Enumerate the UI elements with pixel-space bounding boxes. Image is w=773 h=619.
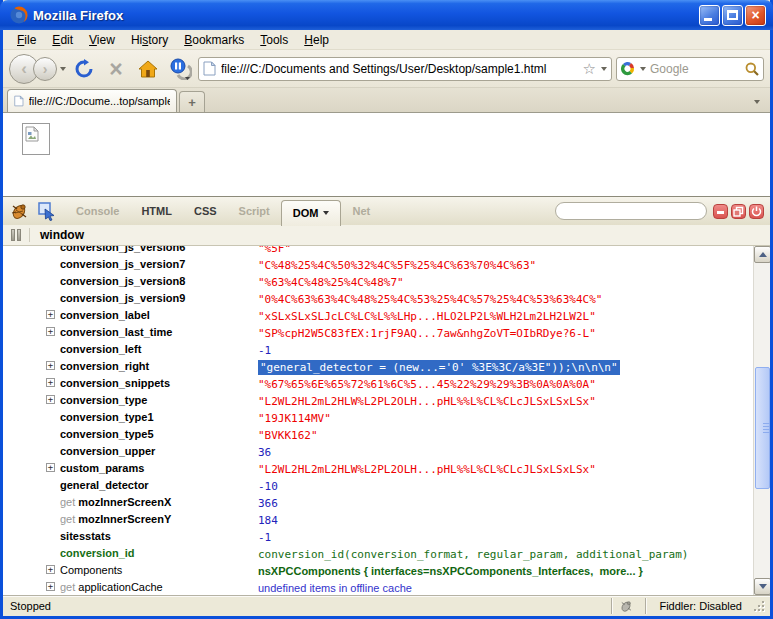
firebug-tab-html[interactable]: HTML xyxy=(130,197,183,225)
inspect-icon[interactable] xyxy=(37,201,57,221)
pause-button[interactable] xyxy=(11,229,21,241)
property-value[interactable]: 366 xyxy=(258,497,278,510)
property-name[interactable]: conversion_type xyxy=(60,394,147,406)
firebug-tab-console[interactable]: Console xyxy=(65,197,130,225)
urlbar-text[interactable]: file:///C:/Documents and Settings/User/D… xyxy=(221,62,578,76)
forward-button[interactable]: › xyxy=(33,57,57,81)
resize-grip[interactable] xyxy=(752,599,766,613)
property-name[interactable]: Components xyxy=(60,564,122,576)
menu-view[interactable]: View xyxy=(81,31,123,49)
firebug-off-button[interactable] xyxy=(749,204,764,219)
close-button[interactable]: × xyxy=(745,5,766,26)
menu-bookmarks[interactable]: Bookmarks xyxy=(176,31,252,49)
expand-icon[interactable]: + xyxy=(46,565,55,574)
nav-history-dropdown-icon[interactable] xyxy=(60,67,66,71)
property-value[interactable]: -1 xyxy=(258,531,271,544)
property-value[interactable]: "L2WL2HL2mL2HLW%L2PL2OLH...pHL%%L%CL%CLc… xyxy=(258,463,596,476)
expand-icon[interactable]: + xyxy=(46,327,55,336)
property-value[interactable]: -10 xyxy=(258,480,278,493)
property-name[interactable]: conversion_last_time xyxy=(60,326,173,338)
firebug-tab-net[interactable]: Net xyxy=(341,197,381,225)
urlbar[interactable]: file:///C:/Documents and Settings/User/D… xyxy=(198,57,612,81)
property-value[interactable]: "0%4C%63%63%4C%48%25%4C%53%25%4C%57%25%4… xyxy=(258,293,602,306)
property-value[interactable]: 36 xyxy=(258,446,271,459)
property-name[interactable]: general_detector xyxy=(60,479,149,491)
firebug-tab-script[interactable]: Script xyxy=(228,197,281,225)
home-button[interactable] xyxy=(134,54,162,84)
property-name[interactable]: conversion_label xyxy=(60,309,150,321)
property-name[interactable]: conversion_js_version9 xyxy=(60,292,185,304)
search-box[interactable]: Google xyxy=(616,57,764,81)
menu-tools[interactable]: Tools xyxy=(252,31,296,49)
tab-sample1[interactable]: file:///C:/Docume...top/sample1.html xyxy=(7,89,177,112)
expand-icon[interactable]: + xyxy=(46,378,55,387)
search-magnifier-icon[interactable] xyxy=(745,62,759,76)
expand-icon[interactable]: + xyxy=(46,582,55,591)
property-value[interactable]: "BVKK162" xyxy=(258,429,318,442)
search-input[interactable]: Google xyxy=(650,62,741,76)
property-name[interactable]: conversion_type5 xyxy=(60,428,154,440)
property-value[interactable]: nsXPCComponents { interfaces=nsXPCCompon… xyxy=(258,565,643,577)
property-value[interactable]: undefined items in offline cache xyxy=(258,582,412,594)
firebug-tab-css[interactable]: CSS xyxy=(183,197,228,225)
property-name[interactable]: conversion_type1 xyxy=(60,411,154,423)
property-name[interactable]: sitesstats xyxy=(60,530,111,542)
search-engine-dropdown-icon[interactable] xyxy=(640,67,646,71)
scrollbar-up-button[interactable] xyxy=(754,246,770,263)
property-value[interactable]: "SP%cpH2W5C83fEX:1rjF9AQ...7aw&nhgZoVT=O… xyxy=(258,327,596,340)
breadcrumb[interactable]: window xyxy=(40,228,84,242)
pause-extension-button[interactable] xyxy=(166,54,194,84)
menu-edit[interactable]: Edit xyxy=(44,31,81,49)
property-name[interactable]: custom_params xyxy=(60,462,144,474)
property-value[interactable]: -1 xyxy=(258,344,271,357)
property-value[interactable]: "C%48%25%4C%50%32%4C%5F%25%4C%63%70%4C%6… xyxy=(258,259,536,272)
menu-history[interactable]: History xyxy=(123,31,176,49)
property-name[interactable]: conversion_id xyxy=(60,547,135,559)
property-value[interactable]: "L2WL2HL2mL2HLW%L2PL2OLH...pHL%%L%CL%CLc… xyxy=(258,395,596,408)
property-value[interactable]: "xSLxSLxSLJcLC%LC%L%%LHp...HLO2LP2L%WLH2… xyxy=(258,310,596,323)
property-name[interactable]: applicationCache xyxy=(78,581,162,593)
property-value[interactable]: "%67%65%6E%65%72%61%6C%5...45%22%29%29%3… xyxy=(258,378,596,391)
tab-bar: file:///C:/Docume...top/sample1.html + xyxy=(3,88,770,113)
property-name[interactable]: conversion_left xyxy=(60,343,141,355)
property-name[interactable]: conversion_js_version8 xyxy=(60,275,185,287)
property-name[interactable]: mozInnerScreenY xyxy=(78,513,171,525)
property-value[interactable]: "%63%4C%48%25%4C%48%7" xyxy=(258,276,404,289)
firebug-logo-icon[interactable] xyxy=(9,201,29,221)
expand-icon[interactable]: + xyxy=(46,395,55,404)
property-name[interactable]: conversion_js_version6 xyxy=(60,246,185,253)
tab-list-dropdown[interactable] xyxy=(748,91,766,112)
scrollbar-thumb[interactable] xyxy=(755,367,770,489)
property-name[interactable]: conversion_right xyxy=(60,360,149,372)
scrollbar-down-button[interactable] xyxy=(754,578,770,595)
property-value[interactable]: "general_detector = (new...='0' %3E%3C/a… xyxy=(258,360,620,375)
menu-file[interactable]: File xyxy=(9,31,44,49)
expand-icon[interactable]: + xyxy=(46,463,55,472)
new-tab-button[interactable]: + xyxy=(179,91,205,112)
firebug-tab-dom[interactable]: DOM xyxy=(281,200,342,226)
property-value[interactable]: "19JK114MV" xyxy=(258,412,331,425)
urlbar-dropdown-icon[interactable] xyxy=(601,67,607,71)
firebug-minimize-button[interactable] xyxy=(713,204,728,219)
property-name[interactable]: mozInnerScreenX xyxy=(78,496,171,508)
fiddler-status[interactable]: Fiddler: Disabled xyxy=(659,600,742,612)
scrollbar-track[interactable] xyxy=(753,246,770,595)
menu-help[interactable]: Help xyxy=(296,31,337,49)
firebug-detach-button[interactable] xyxy=(731,204,746,219)
titlebar[interactable]: Mozilla Firefox × xyxy=(0,0,773,30)
firebug-statusbar-icon[interactable] xyxy=(619,599,633,613)
minimize-button[interactable] xyxy=(699,5,720,26)
bookmark-star-icon[interactable]: ☆ xyxy=(583,61,596,76)
property-name[interactable]: conversion_upper xyxy=(60,445,155,457)
property-value[interactable]: "%5F" xyxy=(258,246,291,255)
reload-button[interactable] xyxy=(70,54,98,84)
property-value[interactable]: conversion_id(conversion_format, regular… xyxy=(258,548,688,561)
expand-icon[interactable]: + xyxy=(46,361,55,370)
firebug-search-input[interactable] xyxy=(555,202,707,220)
property-name[interactable]: conversion_js_version7 xyxy=(60,258,185,270)
property-name[interactable]: conversion_snippets xyxy=(60,377,170,389)
maximize-button[interactable] xyxy=(722,5,743,26)
expand-icon[interactable]: + xyxy=(46,310,55,319)
stop-button[interactable]: × xyxy=(102,54,130,84)
property-value[interactable]: 184 xyxy=(258,514,278,527)
